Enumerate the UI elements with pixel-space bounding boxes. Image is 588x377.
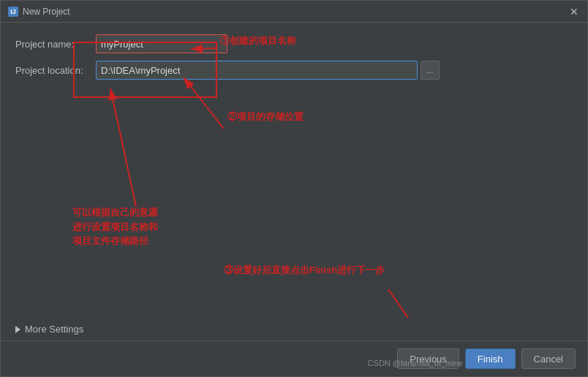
project-location-row: Project location: ... — [15, 61, 573, 80]
annotation-3: 可以根据自己的意愿 进行设置项目名称和 项目文件存储路径 — [72, 205, 158, 248]
dialog-title: New Project — [23, 7, 70, 17]
cancel-button[interactable]: Cancel — [521, 349, 576, 369]
title-bar-left: IJ New Project — [8, 7, 70, 17]
annotation-1: ①创建的项目名称 — [220, 34, 296, 47]
annotation-2: ②项目的存储位置 — [227, 110, 304, 123]
close-button[interactable]: ✕ — [568, 6, 580, 18]
dialog-footer: CSDN @faramita_of_mine Previous Finish C… — [1, 340, 587, 376]
new-project-dialog: IJ New Project ✕ Project name: Project l… — [0, 0, 588, 377]
browse-button[interactable]: ... — [421, 61, 440, 80]
location-input-group: ... — [96, 61, 440, 80]
project-name-input[interactable] — [96, 34, 227, 53]
project-name-label: Project name: — [15, 39, 96, 50]
project-location-label: Project location: — [15, 65, 96, 76]
project-location-input[interactable] — [96, 61, 418, 80]
app-icon: IJ — [8, 7, 18, 17]
dialog-content: Project name: Project location: ... ①创建的… — [1, 23, 587, 318]
expand-icon — [15, 326, 20, 333]
watermark: CSDN @faramita_of_mine — [368, 359, 463, 368]
finish-button[interactable]: Finish — [465, 349, 516, 369]
annotation-4: ③设置好后直接点击Finish进行下一步 — [224, 264, 385, 277]
more-settings-label: More Settings — [25, 324, 83, 335]
svg-line-2 — [184, 77, 224, 129]
more-settings-row[interactable]: More Settings — [1, 318, 587, 340]
svg-line-3 — [110, 88, 136, 207]
title-bar: IJ New Project ✕ — [1, 1, 587, 23]
svg-line-4 — [388, 289, 416, 318]
